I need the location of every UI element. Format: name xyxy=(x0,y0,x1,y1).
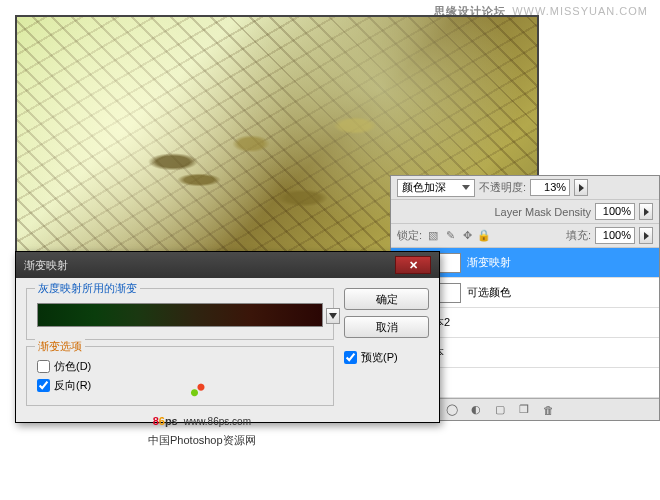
fill-flyout-button[interactable] xyxy=(639,227,653,244)
gradient-preview[interactable] xyxy=(37,303,323,327)
options-legend: 渐变选项 xyxy=(35,339,85,354)
dither-checkbox[interactable] xyxy=(37,360,50,373)
mask-density-row: Layer Mask Density 100% xyxy=(391,200,659,224)
layer-name: 渐变映射 xyxy=(467,255,511,270)
preview-checkbox-row[interactable]: 预览(P) xyxy=(344,350,429,365)
logo-cn: 中国Photoshop资源网 xyxy=(148,433,256,448)
lock-paint-icon[interactable]: ✎ xyxy=(443,229,457,243)
cancel-button[interactable]: 取消 xyxy=(344,316,429,338)
reverse-label: 反向(R) xyxy=(54,378,91,393)
dialog-title: 渐变映射 xyxy=(24,258,68,273)
close-button[interactable]: ✕ xyxy=(395,256,431,274)
group-icon[interactable]: ▢ xyxy=(493,403,507,417)
lock-label: 锁定: xyxy=(397,228,422,243)
gradient-fieldset: 灰度映射所用的渐变 xyxy=(26,288,334,340)
gradient-picker-button[interactable] xyxy=(326,308,340,324)
dither-checkbox-row[interactable]: 仿色(D) xyxy=(37,359,323,374)
mask-density-flyout-button[interactable] xyxy=(639,203,653,220)
preview-checkbox[interactable] xyxy=(344,351,357,364)
gradient-map-dialog: 渐变映射 ✕ 灰度映射所用的渐变 渐变选项 仿色(D) 反向(R) xyxy=(15,251,440,423)
blend-mode-value: 颜色加深 xyxy=(402,180,446,195)
blend-opacity-row: 颜色加深 不透明度: 13% xyxy=(391,176,659,200)
ok-button[interactable]: 确定 xyxy=(344,288,429,310)
mask-icon[interactable]: ◯ xyxy=(445,403,459,417)
gradient-legend: 灰度映射所用的渐变 xyxy=(35,281,140,296)
dialog-titlebar[interactable]: 渐变映射 ✕ xyxy=(16,252,439,278)
opacity-input[interactable]: 13% xyxy=(530,179,570,196)
fill-input[interactable]: 100% xyxy=(595,227,635,244)
opacity-flyout-button[interactable] xyxy=(574,179,588,196)
chevron-down-icon xyxy=(462,185,470,190)
layer-name: 可选颜色 xyxy=(467,285,511,300)
lock-transparent-icon[interactable]: ▧ xyxy=(426,229,440,243)
fill-label: 填充: xyxy=(566,228,591,243)
new-layer-icon[interactable]: ❐ xyxy=(517,403,531,417)
options-fieldset: 渐变选项 仿色(D) 反向(R) xyxy=(26,346,334,406)
blend-mode-select[interactable]: 颜色加深 xyxy=(397,179,475,197)
adjustment-layer-icon[interactable]: ◐ xyxy=(469,403,483,417)
trash-icon[interactable]: 🗑 xyxy=(541,403,555,417)
mask-density-label: Layer Mask Density xyxy=(494,206,591,218)
lock-icons: ▧ ✎ ✥ 🔒 xyxy=(426,229,491,243)
lock-move-icon[interactable]: ✥ xyxy=(460,229,474,243)
preview-label: 预览(P) xyxy=(361,350,398,365)
dither-label: 仿色(D) xyxy=(54,359,91,374)
opacity-label: 不透明度: xyxy=(479,180,526,195)
lock-all-icon[interactable]: 🔒 xyxy=(477,229,491,243)
mask-thumb[interactable] xyxy=(439,253,461,273)
mask-density-input[interactable]: 100% xyxy=(595,203,635,220)
reverse-checkbox[interactable] xyxy=(37,379,50,392)
mask-thumb[interactable] xyxy=(439,283,461,303)
lock-fill-row: 锁定: ▧ ✎ ✥ 🔒 填充: 100% xyxy=(391,224,659,248)
reverse-checkbox-row[interactable]: 反向(R) xyxy=(37,378,323,393)
